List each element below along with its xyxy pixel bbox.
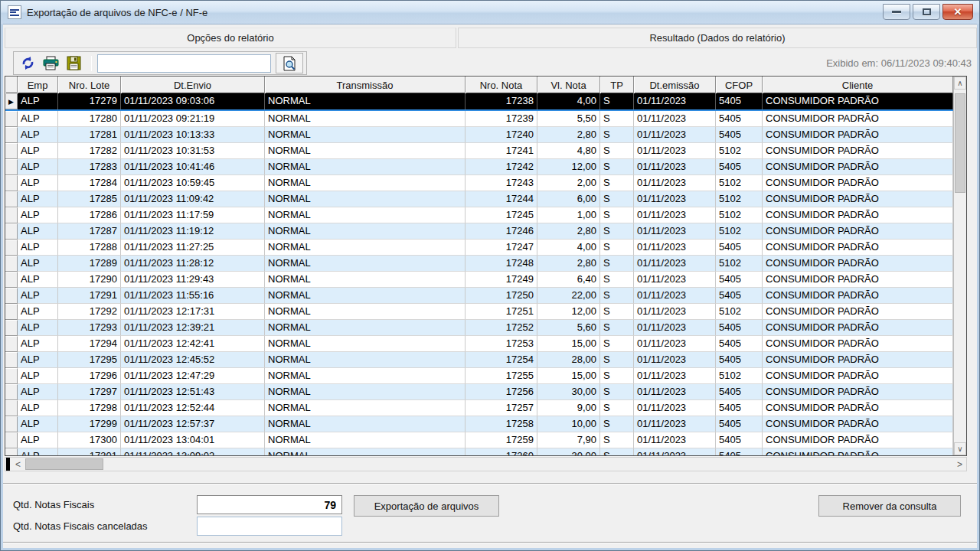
table-row[interactable]: ALP1728801/11/2023 11:27:25NORMAL172474,… <box>5 240 953 256</box>
table-row[interactable]: ALP1729601/11/2023 12:47:29NORMAL1725515… <box>5 368 953 384</box>
grid-cell: S <box>600 223 634 240</box>
table-row[interactable]: ALP1729801/11/2023 12:52:44NORMAL172579,… <box>5 400 953 416</box>
column-header-4[interactable]: Transmissão <box>265 77 466 93</box>
table-row[interactable]: ALP1729201/11/2023 12:17:31NORMAL1725112… <box>5 304 953 320</box>
grid-cell: ALP <box>18 175 58 191</box>
grid-header: EmpNro. LoteDt.EnvioTransmissãoNro. Nota… <box>5 77 953 93</box>
refresh-button[interactable] <box>18 55 38 72</box>
print-icon <box>43 56 59 70</box>
grid-cell: NORMAL <box>265 159 466 175</box>
vertical-scroll-thumb[interactable] <box>955 93 965 193</box>
scroll-left-icon[interactable]: < <box>11 458 24 471</box>
maximize-icon <box>923 8 931 15</box>
table-row[interactable]: ALP1730101/11/2023 13:09:02NORMAL1726030… <box>5 448 953 456</box>
grid-cell: ALP <box>18 127 58 143</box>
grid-cell: 01/11/2023 11:19:12 <box>121 223 265 240</box>
grid-cell: ALP <box>18 336 58 352</box>
grid-cell: ALP <box>18 368 58 384</box>
horizontal-scrollbar[interactable]: < > <box>5 457 967 471</box>
remove-from-query-button[interactable]: Remover da consulta <box>818 495 961 517</box>
grid-cell: 17294 <box>58 336 121 352</box>
toolbar <box>13 51 307 75</box>
table-row[interactable]: ALP1728701/11/2023 11:19:12NORMAL172462,… <box>5 223 953 240</box>
table-row[interactable]: ALP1729101/11/2023 11:55:16NORMAL1725022… <box>5 288 953 304</box>
grid-cell: 6,40 <box>537 272 600 288</box>
grid-cell: 01/11/2023 <box>634 207 716 223</box>
filter-input[interactable] <box>97 54 271 73</box>
grid-cell: S <box>600 336 634 352</box>
grid-cell: 17291 <box>58 288 121 304</box>
print-button[interactable] <box>41 55 61 72</box>
row-indicator <box>5 159 18 175</box>
column-header-2[interactable]: Nro. Lote <box>58 77 121 93</box>
table-row[interactable]: ALP1728501/11/2023 11:09:42NORMAL172446,… <box>5 191 953 207</box>
grid-cell: 01/11/2023 12:39:21 <box>121 320 265 336</box>
grid-cell: 01/11/2023 <box>634 127 716 143</box>
tab-result-data[interactable]: Resultado (Dados do relatório) <box>458 28 977 48</box>
grid-cell: 17248 <box>466 256 537 272</box>
table-row[interactable]: ALP1729301/11/2023 12:39:21NORMAL172525,… <box>5 320 953 336</box>
grid-cell: 17290 <box>58 272 121 288</box>
scroll-right-icon[interactable]: > <box>953 458 966 471</box>
grid-cell: 5,50 <box>537 111 600 127</box>
grid-cell: 5405 <box>716 272 763 288</box>
grid-cell: NORMAL <box>265 432 466 448</box>
table-row[interactable]: ALP1729401/11/2023 12:42:41NORMAL1725315… <box>5 336 953 352</box>
grid-cell: 2,00 <box>537 175 600 191</box>
column-header-3[interactable]: Dt.Envio <box>121 77 265 93</box>
grid-cell: 01/11/2023 10:31:53 <box>121 143 265 159</box>
close-icon: ✕ <box>954 7 962 17</box>
grid-cell: 17259 <box>466 432 537 448</box>
table-row[interactable]: ALP1728601/11/2023 11:17:59NORMAL172451,… <box>5 207 953 223</box>
export-files-button[interactable]: Exportação de arquivos <box>354 495 499 517</box>
column-header-10[interactable]: Cliente <box>763 77 953 93</box>
grid-cell: 10,00 <box>537 416 600 432</box>
footer-divider <box>1 483 980 484</box>
column-header-5[interactable]: Nro. Nota <box>466 77 537 93</box>
table-row[interactable]: ALP1729701/11/2023 12:51:43NORMAL1725630… <box>5 384 953 400</box>
refresh-icon <box>21 56 35 70</box>
table-row[interactable]: ▶ALP1727901/11/2023 09:03:06NORMAL172384… <box>5 93 953 111</box>
minimize-button[interactable] <box>883 4 910 20</box>
grid-cell: CONSUMIDOR PADRÃO <box>763 368 953 384</box>
column-header-6[interactable]: Vl. Nota <box>537 77 600 93</box>
grid-cell: 01/11/2023 <box>634 223 716 240</box>
row-indicator <box>5 127 18 143</box>
table-row[interactable]: ALP1729001/11/2023 11:29:43NORMAL172496,… <box>5 272 953 288</box>
table-row[interactable]: ALP1728401/11/2023 10:59:45NORMAL172432,… <box>5 175 953 191</box>
table-row[interactable]: ALP1729901/11/2023 12:57:37NORMAL1725810… <box>5 416 953 432</box>
qtd-notas-field[interactable] <box>197 495 342 514</box>
grid-cell: 17260 <box>466 448 537 456</box>
table-row[interactable]: ALP1728301/11/2023 10:41:46NORMAL1724212… <box>5 159 953 175</box>
column-header-1[interactable]: Emp <box>18 77 58 93</box>
column-header-8[interactable]: Dt.emissão <box>634 77 716 93</box>
preview-button[interactable] <box>276 53 303 73</box>
close-button[interactable]: ✕ <box>942 4 973 20</box>
scroll-down-icon[interactable]: ∨ <box>954 442 966 455</box>
grid-cell: 01/11/2023 <box>634 272 716 288</box>
grid-cell: 01/11/2023 <box>634 93 716 109</box>
title-bar: Exportação de arquivos de NFC-e / NF-e ✕ <box>1 1 980 24</box>
table-row[interactable]: ALP1728901/11/2023 11:28:12NORMAL172482,… <box>5 256 953 272</box>
table-row[interactable]: ALP1728201/11/2023 10:31:53NORMAL172414,… <box>5 143 953 159</box>
vertical-scrollbar[interactable]: ∧ ∨ <box>953 77 966 455</box>
grid-cell: 01/11/2023 <box>634 448 716 456</box>
scroll-up-icon[interactable]: ∧ <box>954 77 966 90</box>
tab-report-options[interactable]: Opções do relatório <box>5 28 456 48</box>
column-header-7[interactable]: TP <box>600 77 634 93</box>
grid-cell: 01/11/2023 11:55:16 <box>121 288 265 304</box>
grid-cell: ALP <box>18 288 58 304</box>
grid-cell: NORMAL <box>265 240 466 256</box>
save-button[interactable] <box>64 55 84 72</box>
table-row[interactable]: ALP1728001/11/2023 09:21:19NORMAL172395,… <box>5 111 953 127</box>
horizontal-scroll-thumb[interactable] <box>25 458 103 470</box>
row-indicator <box>5 272 18 288</box>
grid-cell: 5102 <box>716 256 763 272</box>
table-row[interactable]: ALP1730001/11/2023 13:04:01NORMAL172597,… <box>5 432 953 448</box>
maximize-button[interactable] <box>913 4 940 20</box>
selected-row-indicator-icon: ▶ <box>5 93 18 109</box>
table-row[interactable]: ALP1729501/11/2023 12:45:52NORMAL1725428… <box>5 352 953 368</box>
table-row[interactable]: ALP1728101/11/2023 10:13:33NORMAL172402,… <box>5 127 953 143</box>
qtd-notas-canceladas-field[interactable] <box>197 517 342 536</box>
column-header-9[interactable]: CFOP <box>716 77 763 93</box>
